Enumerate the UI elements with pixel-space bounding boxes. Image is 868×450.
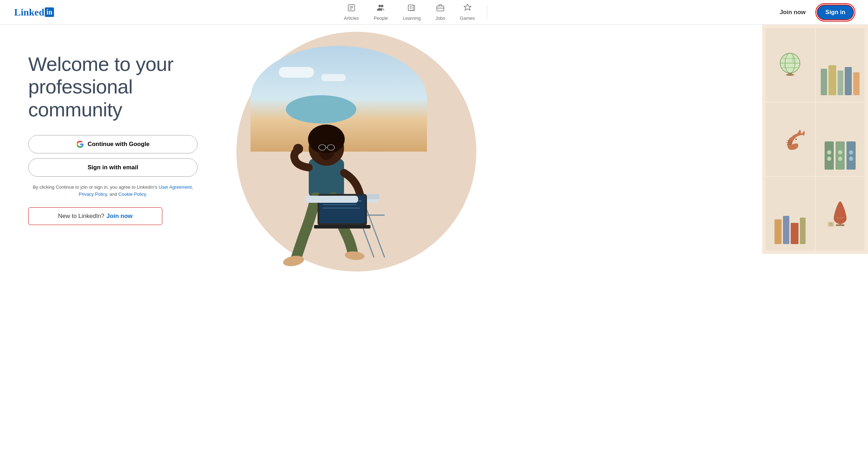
person-illustration <box>254 88 388 282</box>
main-content: Welcome to your professional community C… <box>0 25 868 450</box>
decor-icon <box>826 198 854 230</box>
book7 <box>783 216 789 244</box>
svg-rect-49 <box>305 196 358 203</box>
books2 <box>773 181 807 247</box>
nav-divider <box>487 5 487 19</box>
linkedin-logo[interactable]: Linkedin <box>14 7 54 18</box>
books1 <box>819 32 861 98</box>
learning-label: Learning <box>403 16 421 21</box>
illustration <box>219 25 868 289</box>
hero-title: Welcome to your professional community <box>28 53 198 121</box>
binder1 <box>825 141 834 170</box>
join-box-text: New to LinkedIn? <box>58 213 104 220</box>
header-left: Linkedin <box>14 7 54 18</box>
cloud2 <box>321 74 346 81</box>
sign-in-with-email-button[interactable]: Sign in with email <box>28 158 198 177</box>
book8 <box>791 223 798 244</box>
privacy-policy-link[interactable]: Privacy Policy <box>79 191 107 197</box>
cloud1 <box>279 67 314 78</box>
games-icon <box>463 4 472 14</box>
continue-with-google-button[interactable]: Continue with Google <box>28 135 198 153</box>
svg-point-37 <box>293 144 303 154</box>
logo-text: Linked <box>14 7 44 18</box>
svg-point-17 <box>786 74 794 76</box>
svg-rect-9 <box>437 6 444 11</box>
right-panel <box>219 25 868 450</box>
nav-item-articles[interactable]: Articles <box>338 1 364 24</box>
terms-text: By clicking Continue to join or sign in,… <box>28 184 198 197</box>
cookie-policy-link[interactable]: Cookie Policy <box>119 191 146 197</box>
svg-rect-45 <box>314 225 370 229</box>
book5 <box>853 72 860 95</box>
nav-item-people[interactable]: People <box>368 1 393 24</box>
book9 <box>800 218 806 244</box>
shelf-cell-cat <box>766 103 815 176</box>
join-now-box[interactable]: New to LinkedIn? Join now <box>28 207 162 225</box>
bookshelf <box>762 25 868 254</box>
binders <box>823 106 857 172</box>
svg-point-4 <box>379 5 381 7</box>
svg-rect-6 <box>408 5 413 11</box>
nav-item-jobs[interactable]: Jobs <box>430 1 451 24</box>
user-agreement-link[interactable]: User Agreement <box>159 184 192 190</box>
games-label: Games <box>460 16 475 21</box>
logo-box: in <box>45 7 54 17</box>
book2 <box>828 65 836 95</box>
learning-icon <box>408 4 416 14</box>
email-button-label: Sign in with email <box>88 164 138 171</box>
join-now-button[interactable]: Join now <box>774 6 812 19</box>
people-icon <box>376 4 385 14</box>
sign-in-button[interactable]: Sign in <box>817 5 854 20</box>
book1 <box>821 69 827 95</box>
join-now-link[interactable]: Join now <box>107 213 133 220</box>
jobs-label: Jobs <box>435 16 445 21</box>
shelf-cell-books1 <box>816 28 865 102</box>
svg-rect-22 <box>836 224 844 226</box>
articles-icon <box>347 4 356 14</box>
svg-point-34 <box>308 124 345 154</box>
header-right: Join now Sign in <box>774 5 854 20</box>
shelf-cell-books2 <box>766 177 815 250</box>
svg-point-35 <box>321 146 325 149</box>
globe-icon <box>776 51 804 79</box>
left-panel: Welcome to your professional community C… <box>0 25 219 246</box>
google-button-label: Continue with Google <box>88 141 150 148</box>
cat-icon <box>774 127 806 152</box>
shelf-cell-binders <box>816 103 865 176</box>
jobs-icon <box>436 4 445 14</box>
header: Linkedin Articles <box>0 0 868 25</box>
shelf-cell-decor <box>816 177 865 250</box>
nav-item-learning[interactable]: Learning <box>397 1 427 24</box>
svg-point-18 <box>795 139 797 140</box>
people-label: People <box>374 16 388 21</box>
binder3 <box>846 141 856 170</box>
google-icon <box>76 140 84 148</box>
book4 <box>845 67 852 95</box>
header-nav: Articles People <box>338 1 490 24</box>
book3 <box>838 71 843 95</box>
articles-label: Articles <box>344 16 359 21</box>
shelf-cell-globe <box>766 28 815 102</box>
nav-item-games[interactable]: Games <box>454 1 481 24</box>
svg-point-5 <box>381 5 384 7</box>
binder2 <box>836 141 845 170</box>
svg-point-36 <box>328 146 332 149</box>
book6 <box>774 219 782 244</box>
